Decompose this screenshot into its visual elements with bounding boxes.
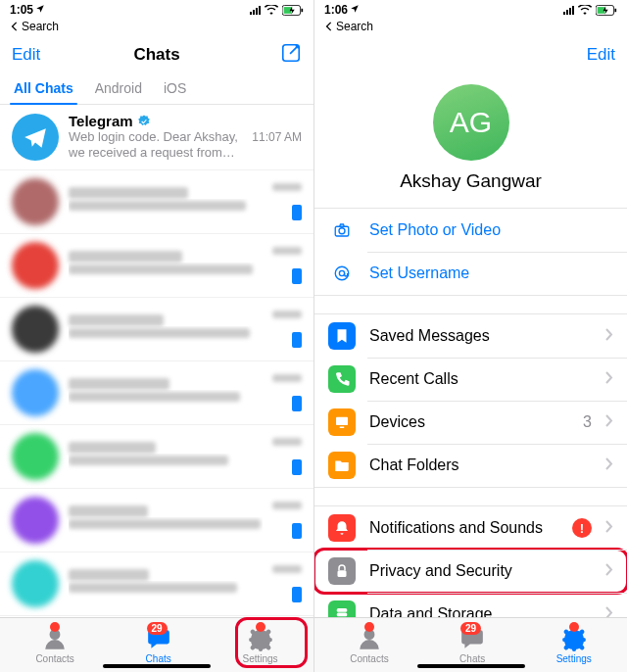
chat-preview: Web login code. Dear Akshay, we received…: [69, 129, 242, 162]
back-to-search[interactable]: Search: [0, 20, 314, 35]
tab-settings[interactable]: Settings: [242, 626, 277, 664]
chat-row-blurred[interactable]: [0, 170, 314, 234]
settings-row-notifications-and-sounds[interactable]: Notifications and Sounds !: [314, 506, 627, 550]
avatar[interactable]: AG: [433, 84, 509, 161]
wifi-icon: [265, 5, 278, 15]
tab-contacts[interactable]: Contacts: [35, 626, 73, 664]
status-time: 1:06: [324, 3, 348, 17]
row-label: Devices: [369, 413, 569, 431]
chevron-right-icon: [605, 456, 613, 474]
set-username-row[interactable]: Set Username: [314, 252, 627, 295]
tab-all-chats[interactable]: All Chats: [14, 74, 73, 104]
svg-rect-13: [336, 417, 348, 425]
row-detail: 3: [583, 413, 592, 431]
chat-name: Telegram: [69, 113, 133, 129]
camera-icon: [328, 216, 356, 244]
avatar-blurred: [12, 433, 59, 480]
settings-row-data-and-storage[interactable]: Data and Storage: [314, 593, 627, 617]
tab-settings[interactable]: Settings: [556, 626, 592, 664]
alert-badge: !: [572, 518, 592, 538]
nav-bar: Edit: [314, 35, 627, 74]
unread-indicator: [292, 587, 302, 602]
row-label: Notifications and Sounds: [369, 519, 558, 537]
folder-icon: [328, 452, 356, 479]
phone-icon: [328, 365, 356, 393]
svg-rect-14: [340, 427, 345, 429]
avatar-blurred: [12, 497, 59, 544]
settings-row-recent-calls[interactable]: Recent Calls: [314, 358, 627, 401]
telegram-avatar: [12, 114, 59, 161]
chevron-right-icon: [605, 562, 613, 580]
chat-row-blurred[interactable]: [0, 298, 314, 361]
row-label: Data and Storage: [369, 605, 592, 617]
status-bar: 1:05: [0, 0, 314, 20]
page-title: Chats: [0, 45, 314, 65]
chevron-right-icon: [605, 519, 613, 537]
chevron-right-icon: [605, 327, 613, 345]
compose-button[interactable]: [280, 42, 302, 69]
chat-row-blurred[interactable]: [0, 552, 314, 616]
chat-time: 11:07 AM: [252, 130, 302, 144]
signal-icon: [250, 6, 261, 15]
status-bar: 1:06: [314, 0, 627, 20]
chat-list[interactable]: Telegram Web login code. Dear Akshay, we…: [0, 105, 314, 617]
unread-indicator: [292, 205, 302, 220]
unread-indicator: [292, 268, 302, 284]
chat-row-blurred[interactable]: [0, 361, 314, 425]
bookmark-icon: [328, 322, 356, 350]
bell-icon: [328, 514, 356, 542]
tab-bar: Contacts 29 Chats Settings: [314, 617, 627, 672]
chat-row-blurred[interactable]: [0, 234, 314, 298]
data-icon: [328, 600, 356, 617]
chat-row-telegram[interactable]: Telegram Web login code. Dear Akshay, we…: [0, 105, 314, 170]
edit-button[interactable]: Edit: [12, 45, 40, 65]
settings-row-devices[interactable]: Devices 3: [314, 401, 627, 444]
svg-point-12: [339, 270, 344, 275]
svg-point-10: [339, 228, 345, 234]
location-icon: [35, 3, 45, 17]
chat-row-blurred[interactable]: [0, 425, 314, 489]
location-icon: [350, 3, 360, 17]
battery-icon: [282, 5, 304, 16]
edit-button[interactable]: Edit: [587, 45, 615, 65]
settings-row-privacy-and-security[interactable]: Privacy and Security: [314, 550, 627, 593]
tab-chats[interactable]: 29 Chats: [459, 626, 485, 664]
avatar-blurred: [12, 242, 59, 289]
profile-name: Akshay Gangwar: [400, 170, 542, 192]
avatar-blurred: [12, 560, 59, 607]
tab-android[interactable]: Android: [95, 74, 142, 104]
wifi-icon: [578, 5, 592, 15]
settings-badge: [256, 622, 265, 632]
avatar-blurred: [12, 306, 59, 353]
status-time: 1:05: [10, 3, 33, 17]
settings-screen: 1:06 Search Edit AG Akshay Gangwar Set P…: [314, 0, 627, 672]
home-indicator[interactable]: [103, 664, 211, 668]
chats-badge: 29: [147, 622, 168, 635]
unread-indicator: [292, 396, 302, 411]
settings-row-chat-folders[interactable]: Chat Folders: [314, 444, 627, 487]
row-label: Chat Folders: [369, 456, 592, 474]
home-indicator[interactable]: [417, 664, 525, 668]
contacts-badge: [364, 622, 374, 632]
device-icon: [328, 408, 356, 436]
lock-icon: [328, 557, 356, 585]
back-to-search[interactable]: Search: [314, 20, 627, 35]
profile-header: AG Akshay Gangwar: [314, 74, 627, 208]
tab-chats[interactable]: 29 Chats: [146, 626, 171, 664]
unread-indicator: [292, 523, 302, 539]
mention-icon: [328, 260, 356, 287]
settings-row-saved-messages[interactable]: Saved Messages: [314, 314, 627, 358]
battery-icon: [596, 5, 617, 16]
chat-filter-tabs: All Chats Android iOS: [0, 74, 314, 105]
tab-bar: Contacts 29 Chats Settings: [0, 617, 314, 672]
row-label: Privacy and Security: [369, 562, 592, 580]
chevron-right-icon: [605, 605, 613, 617]
settings-badge: [569, 622, 579, 632]
tab-ios[interactable]: iOS: [164, 74, 186, 104]
svg-rect-8: [614, 8, 616, 11]
set-photo-row[interactable]: Set Photo or Video: [314, 209, 627, 252]
tab-contacts[interactable]: Contacts: [350, 626, 388, 664]
verified-icon: [137, 115, 151, 128]
row-label: Recent Calls: [369, 370, 592, 388]
chat-row-blurred[interactable]: [0, 489, 314, 552]
